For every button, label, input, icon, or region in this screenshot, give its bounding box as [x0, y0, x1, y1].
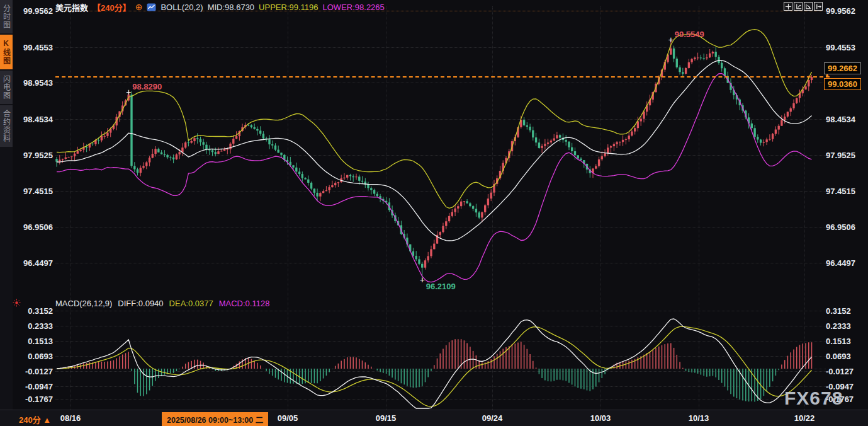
macd-axis-label-left: -0.0947	[15, 382, 53, 391]
selected-range-chip: 2025/08/26 09:00~13:00 二	[162, 412, 268, 426]
extreme-cross-marker: +	[668, 35, 674, 45]
price-axis-label-right: 96.9506	[826, 222, 855, 232]
price-axis-label-right: 99.9562	[826, 6, 855, 16]
period-label[interactable]: 【240分】	[93, 1, 131, 13]
price-axis-label-right: 99.4553	[826, 43, 855, 52]
price-axis-label-left: 97.9525	[15, 151, 53, 160]
extreme-cross-marker: +	[420, 275, 425, 285]
date-tick-label: 10/03	[590, 413, 611, 423]
go-to-latest-icon[interactable]	[814, 2, 823, 11]
date-tick-label: 08/16	[60, 413, 81, 423]
price-axis-label-left: 97.4515	[15, 187, 53, 196]
price-candlestick-chart[interactable]	[0, 0, 868, 296]
fit-y-axis-icon[interactable]	[794, 2, 803, 11]
macd-axis-label-left: -0.1767	[15, 394, 53, 404]
boll-mid-label: MID:98.6730	[208, 3, 254, 12]
time-axis-period[interactable]: 240分 ▲	[19, 413, 51, 425]
price-axis-label-left: 99.4553	[15, 43, 53, 52]
extreme-price-label: 96.2109	[426, 282, 456, 291]
price-axis-label-left: 99.9562	[15, 6, 53, 16]
price-axis-label-left: 98.4534	[15, 115, 53, 124]
chart-style-icon[interactable]	[147, 3, 156, 11]
boll-upper-label: UPPER:99.1196	[259, 3, 318, 12]
boll-name-label: BOLL(20,2)	[161, 3, 203, 12]
macd-name-label: MACD(26,12,9)	[55, 299, 112, 308]
macd-axis-label-left: 0.1513	[15, 337, 53, 346]
date-tick-label: 09/24	[482, 413, 503, 423]
price-axis-label-right: 97.9525	[826, 151, 855, 160]
price-axis-label-right: 96.4497	[826, 258, 855, 268]
symbol-name: 美元指数	[55, 1, 88, 13]
price-tag-upper: 99.2662	[824, 62, 861, 74]
macd-macd-label: MACD:0.1128	[219, 299, 270, 308]
sidebar-tab-3[interactable]: 闪电图	[0, 71, 13, 104]
date-tick-label: 09/05	[278, 413, 298, 423]
sidebar-tab-4[interactable]: 合约资料	[0, 105, 13, 147]
extreme-price-label: 98.8290	[132, 82, 162, 91]
macd-axis-label-right: 0.3152	[826, 306, 851, 316]
date-tick-label: 10/13	[689, 413, 709, 423]
macd-axis-label-left: 0.0693	[15, 352, 53, 361]
period-arrow-icon: ▲	[43, 415, 51, 425]
date-tick-label: 10/22	[794, 413, 815, 423]
macd-axis-label-left: -0.0127	[15, 367, 53, 376]
date-tick-label: 09/15	[376, 413, 397, 423]
crosshair-move-icon[interactable]	[784, 2, 792, 11]
current-price-line	[55, 76, 830, 78]
macd-axis-label-left: 0.2333	[15, 321, 53, 331]
trading-app-window: 分时图K线图闪电图合约资料 美元指数 【240分】 ⊕ BOLL(20,2) M…	[0, 0, 868, 426]
time-axis-bar: 240分 ▲ 2025/08/26 09:00~13:00 二 08/1609/…	[0, 410, 868, 426]
extreme-cross-marker: +	[126, 87, 131, 97]
watermark: FX678	[784, 388, 843, 409]
macd-axis-label-right: 0.2333	[826, 321, 851, 331]
macd-axis-label-right: 0.1513	[826, 337, 851, 346]
macd-axis-label-right: 0.0693	[826, 352, 851, 361]
period-text: 240分	[19, 415, 41, 425]
extreme-price-label: 99.5549	[675, 30, 704, 39]
macd-axis-label-left: 0.3152	[15, 306, 53, 316]
macd-diff-label: DIFF:0.0940	[118, 299, 163, 308]
sidebar-tab-1[interactable]: 分时图	[0, 0, 13, 33]
live-alert-icon	[13, 299, 21, 307]
price-axis-label-right: 97.4515	[826, 187, 855, 196]
price-axis-label-left: 96.9506	[15, 222, 53, 232]
fit-x-axis-icon[interactable]	[804, 2, 813, 11]
price-axis-label-right: 98.4534	[826, 115, 855, 124]
sidebar-tab-2[interactable]: K线图	[0, 35, 13, 69]
macd-dea-label: DEA:0.0377	[169, 299, 213, 308]
macd-header: MACD(26,12,9) DIFF:0.0940 DEA:0.0377 MAC…	[55, 299, 269, 308]
boll-lower-label: LOWER:98.2265	[323, 3, 385, 12]
price-axis-label-left: 96.4497	[15, 258, 53, 268]
chart-header: 美元指数 【240分】 ⊕ BOLL(20,2) MID:98.6730 UPP…	[55, 1, 385, 13]
chart-toolbar	[784, 2, 823, 11]
macd-indicator-chart[interactable]	[0, 296, 868, 410]
sidebar: 分时图K线图闪电图合约资料	[0, 0, 13, 410]
macd-axis-label-right: -0.0127	[826, 367, 854, 376]
period-plus-icon[interactable]: ⊕	[135, 3, 143, 11]
price-axis-label-left: 98.9543	[15, 78, 53, 88]
price-tag-current: 99.0360	[824, 78, 861, 90]
